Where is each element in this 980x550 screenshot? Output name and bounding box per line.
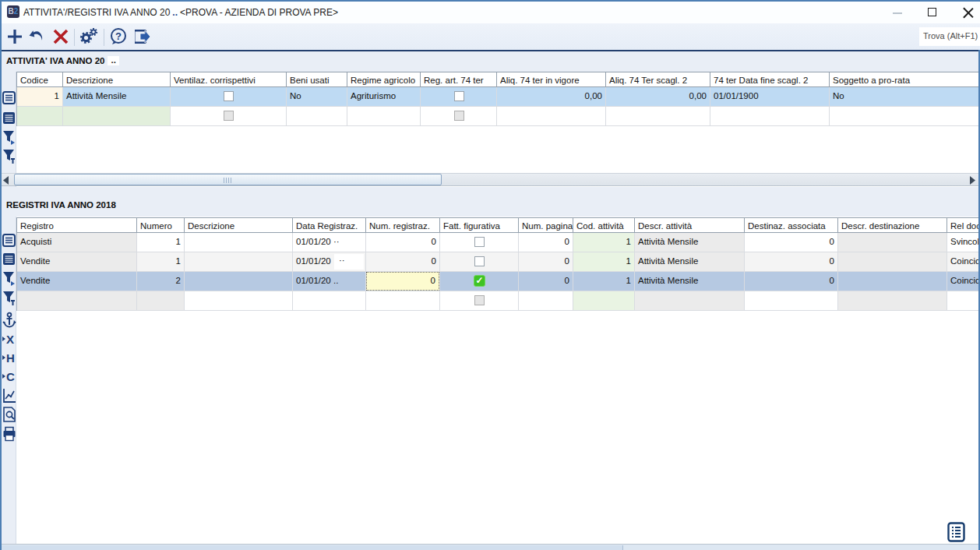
cell-aliq_vigore[interactable]: 0,00	[497, 87, 606, 107]
column-header-num_registraz[interactable]: Num. registraz.	[366, 218, 440, 233]
column-header-prorata[interactable]: Soggetto a pro-rata	[830, 72, 980, 87]
cell-aliq_vigore[interactable]	[497, 107, 606, 126]
cell-num_pagina[interactable]: 0	[519, 272, 573, 291]
column-header-aliq_scagl2[interactable]: Aliq. 74 Ter scagl. 2	[606, 72, 710, 87]
column-header-regime_agricolo[interactable]: Regime agricolo	[347, 72, 421, 87]
undo-button[interactable]	[27, 26, 48, 47]
grid-view-button[interactable]	[2, 111, 16, 127]
goto-h-button[interactable]: H	[2, 351, 16, 366]
list-document-button[interactable]	[947, 522, 965, 542]
column-header-destinaz_associata[interactable]: Destinaz. associata	[745, 218, 838, 233]
cell-reg_74ter[interactable]	[421, 87, 497, 107]
filter-apply-button[interactable]	[2, 149, 16, 166]
cell-descrizione[interactable]	[185, 233, 293, 252]
column-header-aliq_vigore[interactable]: Aliq. 74 ter in vigore	[497, 72, 606, 87]
cell-num_registraz[interactable]: 0	[366, 233, 440, 252]
column-header-ventilaz[interactable]: Ventilaz. corrispettivi	[171, 72, 287, 87]
cell-codice[interactable]: 1	[17, 87, 63, 107]
cell-descrizione[interactable]	[185, 291, 293, 311]
cell-regime_agricolo[interactable]	[347, 107, 421, 126]
cell-beni_usati[interactable]	[287, 107, 347, 126]
column-header-fatt_figurativa[interactable]: Fatt. figurativa	[440, 218, 519, 233]
column-header-data_registraz[interactable]: Data Registraz.	[293, 218, 366, 233]
column-header-reg_74ter[interactable]: Reg. art. 74 ter	[421, 72, 497, 87]
print-button[interactable]	[2, 426, 16, 443]
checkbox-checked[interactable]: ✓	[474, 275, 485, 287]
column-header-descr_attivita[interactable]: Descr. attività	[635, 218, 745, 233]
cell-descr_destinazione[interactable]	[838, 252, 947, 272]
cell-destinaz_associata[interactable]: 0	[745, 252, 838, 272]
cell-cod_attivita[interactable]: 1	[573, 252, 635, 272]
cell-fatt_figurativa[interactable]	[440, 252, 519, 272]
cell-num_registraz[interactable]: 0	[366, 252, 440, 272]
cell-descrizione[interactable]	[185, 252, 293, 272]
cell-descr_destinazione[interactable]	[838, 233, 947, 252]
column-header-data_fine[interactable]: 74 ter Data fine scagl. 2	[710, 72, 830, 87]
cell-num_pagina[interactable]: 0	[519, 233, 573, 252]
cell-num_pagina[interactable]	[519, 291, 573, 311]
column-header-beni_usati[interactable]: Beni usati	[287, 72, 347, 87]
cell-num_registraz[interactable]: 0	[366, 272, 440, 291]
chart-button[interactable]	[2, 388, 16, 405]
cell-descrizione[interactable]: Attività Mensile	[63, 87, 171, 107]
cell-descrizione[interactable]	[63, 107, 171, 126]
table-row[interactable]	[16, 107, 980, 126]
table-row[interactable]	[16, 291, 980, 311]
horizontal-scrollbar[interactable]	[2, 173, 978, 186]
column-header-codice[interactable]: Codice	[17, 72, 63, 87]
cell-rel_doc[interactable]: Coincide	[947, 252, 980, 272]
exit-button[interactable]	[132, 26, 152, 47]
goto-x-button[interactable]: X	[2, 332, 16, 347]
cell-descr_attivita[interactable]: Attività Mensile	[635, 272, 745, 291]
cell-prorata[interactable]: No	[830, 87, 980, 107]
grid-view-button[interactable]	[2, 252, 16, 268]
settings-button[interactable]	[79, 26, 99, 47]
cell-descr_attivita[interactable]: Attività Mensile	[635, 252, 745, 272]
goto-c-button[interactable]: C	[2, 369, 16, 385]
column-header-descrizione[interactable]: Descrizione	[185, 218, 293, 233]
print-preview-button[interactable]	[2, 407, 16, 424]
cell-registro[interactable]: Vendite	[17, 272, 137, 291]
row-view-button[interactable]	[2, 91, 16, 107]
checkbox-unchecked[interactable]	[474, 256, 485, 266]
cell-registro[interactable]	[17, 291, 137, 311]
close-button[interactable]	[958, 2, 980, 23]
table-row-selected[interactable]: Vendite201/01/20 ..0✓01Attività Mensile0…	[16, 272, 980, 291]
cell-descrizione[interactable]	[185, 272, 293, 291]
cell-cod_attivita[interactable]: 1	[573, 233, 635, 252]
table-row[interactable]: Acquisti101/01/20 ··001Attività Mensile0…	[16, 233, 980, 252]
anchor-button[interactable]	[2, 312, 16, 330]
focused-cell-editor[interactable]: 0	[366, 272, 439, 291]
cell-data_registraz[interactable]	[293, 291, 366, 311]
cell-descr_destinazione[interactable]	[838, 291, 947, 311]
cell-rel_doc[interactable]: Coincide	[947, 272, 980, 291]
cell-aliq_scagl2[interactable]: 0,00	[606, 87, 710, 107]
cell-aliq_scagl2[interactable]	[606, 107, 710, 126]
cell-data_registraz[interactable]: 01/01/20 ..	[293, 272, 366, 291]
checkbox-unchecked[interactable]	[454, 91, 464, 101]
column-header-cod_attivita[interactable]: Cod. attività	[573, 218, 635, 233]
cell-codice[interactable]	[17, 107, 63, 126]
cell-numero[interactable]: 1	[137, 252, 185, 272]
maximize-button[interactable]	[922, 2, 946, 23]
cell-num_pagina[interactable]: 0	[519, 252, 573, 272]
checkbox-unchecked[interactable]	[224, 111, 234, 121]
cell-destinaz_associata[interactable]: 0	[745, 272, 838, 291]
cell-numero[interactable]	[137, 291, 185, 311]
find-shortcut[interactable]: Trova (Alt+F1)	[919, 27, 980, 46]
cell-data_fine[interactable]: 01/01/1900	[710, 87, 830, 107]
cell-cod_attivita[interactable]	[573, 291, 635, 311]
cell-rel_doc[interactable]: Svincola	[947, 233, 980, 252]
cell-prorata[interactable]	[830, 107, 980, 126]
table-row-selected[interactable]: 1Attività MensileNoAgriturismo0,000,0001…	[16, 87, 980, 107]
cell-reg_74ter[interactable]	[421, 107, 497, 126]
cell-fatt_figurativa[interactable]: ✓	[440, 272, 519, 291]
minimize-button[interactable]	[888, 2, 911, 23]
cell-descr_attivita[interactable]: Attività Mensile	[635, 233, 745, 252]
scroll-left-icon[interactable]	[2, 176, 12, 185]
help-button[interactable]: ?	[108, 26, 129, 47]
scrollbar-thumb[interactable]	[14, 174, 442, 185]
cell-regime_agricolo[interactable]: Agriturismo	[347, 87, 421, 107]
column-header-registro[interactable]: Registro	[17, 218, 137, 233]
cell-registro[interactable]: Acquisti	[17, 233, 137, 252]
